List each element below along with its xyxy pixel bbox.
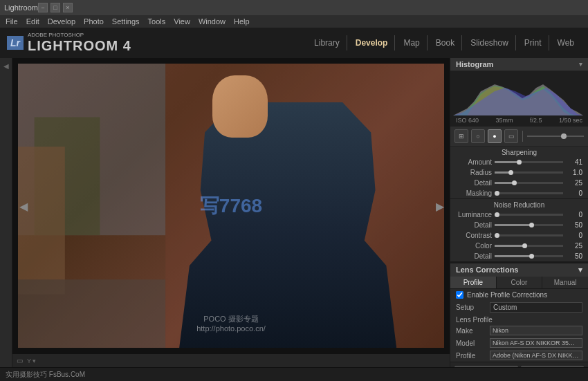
menu-edit[interactable]: Edit: [26, 17, 39, 26]
nr-detail-fill: [495, 224, 529, 226]
lens-model-row: Model Nikon AF-S DX NIKKOR 35mm...: [450, 337, 588, 349]
previous-button[interactable]: Previous: [454, 366, 518, 367]
nr-detail-row: Detail 50: [450, 220, 588, 230]
statusbar-label: 实用摄影技巧 FsBus.CoM: [6, 370, 85, 380]
menu-window[interactable]: Window: [199, 17, 226, 26]
histogram-header[interactable]: Histogram ▾: [450, 58, 588, 71]
enable-profile-corrections-row: Enable Profile Corrections: [450, 289, 588, 301]
sharpening-amount-thumb[interactable]: [517, 160, 522, 165]
sharpening-masking-thumb[interactable]: [495, 191, 499, 196]
filmstrip: ▭ Y ▾: [12, 353, 450, 367]
enable-profile-corrections-checkbox[interactable]: [456, 291, 463, 299]
right-panel: Histogram ▾: [450, 58, 588, 367]
nr-luminance-value: 0: [566, 211, 582, 219]
tool-gradient[interactable]: ▭: [504, 129, 518, 143]
menu-develop[interactable]: Develop: [48, 17, 75, 26]
lens-tab-manual[interactable]: Manual: [542, 277, 588, 288]
nr-color-detail-track[interactable]: [495, 255, 563, 257]
sharpening-radius-fill: [495, 171, 508, 174]
tool-exposure-slider: [527, 136, 584, 137]
sharpening-radius-value: 1.0: [566, 169, 582, 176]
nr-luminance-label: Luminance: [456, 211, 492, 219]
hist-aperture: f/2.5: [530, 117, 542, 124]
nr-color-detail-value: 50: [566, 252, 582, 260]
svg-rect-2: [12, 147, 65, 295]
filmstrip-label: Y ▾: [27, 357, 36, 364]
menu-help[interactable]: Help: [234, 17, 250, 26]
nav-tabs: Library Develop Map Book Slideshow Print…: [307, 35, 581, 50]
histogram-title: Histogram: [456, 60, 493, 68]
tab-web[interactable]: Web: [551, 35, 581, 50]
statusbar: 实用摄影技巧 FsBus.CoM: [0, 367, 588, 381]
close-button[interactable]: ×: [63, 3, 73, 12]
menu-view[interactable]: View: [174, 17, 190, 26]
histogram-canvas: [453, 74, 585, 115]
lens-setup-label: Setup: [456, 304, 487, 311]
exposure-thumb[interactable]: [561, 133, 567, 139]
sharpening-detail-value: 25: [566, 179, 582, 187]
sharpening-masking-value: 0: [566, 189, 582, 197]
photo-prev-arrow[interactable]: ◀: [19, 199, 28, 212]
lens-corrections-header[interactable]: Lens Corrections ▾: [450, 262, 588, 277]
sharpening-amount-label: Amount: [456, 158, 492, 166]
left-collapse-arrow[interactable]: ◀: [3, 62, 9, 70]
nr-luminance-thumb[interactable]: [495, 212, 499, 217]
svg-marker-8: [453, 88, 583, 115]
tool-crop[interactable]: ○: [471, 129, 485, 143]
lens-profile-section-title: Lens Profile: [450, 314, 588, 324]
sharpening-section: Sharpening Amount 41 Radius 1.0 Detail: [450, 147, 588, 199]
nr-color-track[interactable]: [495, 245, 563, 247]
sharpening-detail-track[interactable]: [495, 182, 563, 184]
nr-color-value: 25: [566, 242, 582, 250]
lens-tab-profile[interactable]: Profile: [450, 277, 497, 288]
exposure-track[interactable]: [527, 136, 584, 137]
lens-make-row: Make Nikon: [450, 324, 588, 337]
tab-slideshow[interactable]: Slideshow: [463, 35, 516, 50]
lens-make-dropdown[interactable]: Nikon: [490, 326, 582, 335]
nr-detail-track[interactable]: [495, 224, 563, 226]
reset-button[interactable]: Reset: [521, 366, 585, 367]
nr-color-label: Color: [456, 242, 492, 250]
minimize-button[interactable]: −: [38, 3, 48, 12]
sharpening-radius-thumb[interactable]: [508, 170, 513, 175]
nr-contrast-track[interactable]: [495, 234, 563, 236]
tab-print[interactable]: Print: [517, 35, 549, 50]
tab-library[interactable]: Library: [307, 35, 347, 50]
lens-model-dropdown[interactable]: Nikon AF-S DX NIKKOR 35mm...: [490, 338, 582, 348]
header: Lr ADOBE PHOTOSHOP LIGHTROOM 4 Library D…: [0, 28, 588, 58]
lens-corrections-collapse-icon: ▾: [578, 266, 582, 275]
menu-photo[interactable]: Photo: [84, 17, 104, 26]
main-layout: ◀: [0, 58, 588, 367]
photo-next-arrow[interactable]: ▶: [436, 199, 444, 212]
nr-detail-thumb[interactable]: [529, 223, 534, 227]
sharpening-amount-track[interactable]: [495, 161, 563, 163]
lens-correction-tabs: Profile Color Manual: [450, 277, 588, 289]
sharpening-masking-track[interactable]: [495, 192, 563, 194]
tab-develop[interactable]: Develop: [349, 35, 396, 50]
tab-map[interactable]: Map: [396, 35, 427, 50]
tool-grid[interactable]: ⊞: [454, 129, 468, 143]
menu-tools[interactable]: Tools: [148, 17, 166, 26]
nr-luminance-track[interactable]: [495, 214, 563, 216]
menu-file[interactable]: File: [6, 17, 18, 26]
tab-book[interactable]: Book: [429, 35, 462, 50]
lens-setup-dropdown[interactable]: Custom: [490, 302, 582, 313]
nr-color-thumb[interactable]: [522, 243, 527, 248]
sharpening-amount-row: Amount 41: [450, 157, 588, 167]
tool-bar: ⊞ ○ ● ▭: [450, 127, 588, 147]
sharpening-detail-label: Detail: [456, 179, 492, 187]
lens-model-label: Model: [456, 340, 487, 347]
sharpening-detail-thumb[interactable]: [512, 180, 517, 185]
maximize-button[interactable]: □: [50, 3, 60, 12]
lens-profile-dropdown[interactable]: Adobe (Nikon AF-S DX NIKKO...: [490, 351, 582, 360]
sharpening-radius-track[interactable]: [495, 171, 563, 174]
nr-contrast-thumb[interactable]: [495, 233, 499, 238]
lr-badge: Lr: [7, 36, 24, 50]
window-controls: − □ ×: [38, 3, 73, 12]
nr-color-detail-row: Detail 50: [450, 251, 588, 261]
tool-spot[interactable]: ●: [488, 129, 502, 143]
menu-settings[interactable]: Settings: [112, 17, 140, 26]
lens-tab-color[interactable]: Color: [497, 277, 543, 288]
nr-color-detail-thumb[interactable]: [529, 254, 534, 259]
sharpening-radius-label: Radius: [456, 169, 492, 176]
